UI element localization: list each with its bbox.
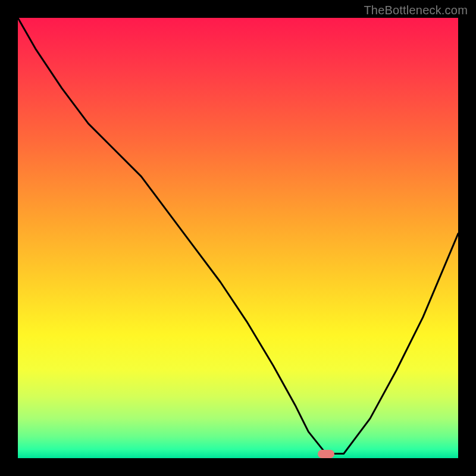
- bottleneck-curve: [18, 18, 458, 458]
- plot-area: [18, 18, 458, 458]
- chart-frame: TheBottleneck.com: [0, 0, 476, 476]
- watermark-text: TheBottleneck.com: [364, 4, 468, 17]
- optimal-marker: [318, 450, 334, 458]
